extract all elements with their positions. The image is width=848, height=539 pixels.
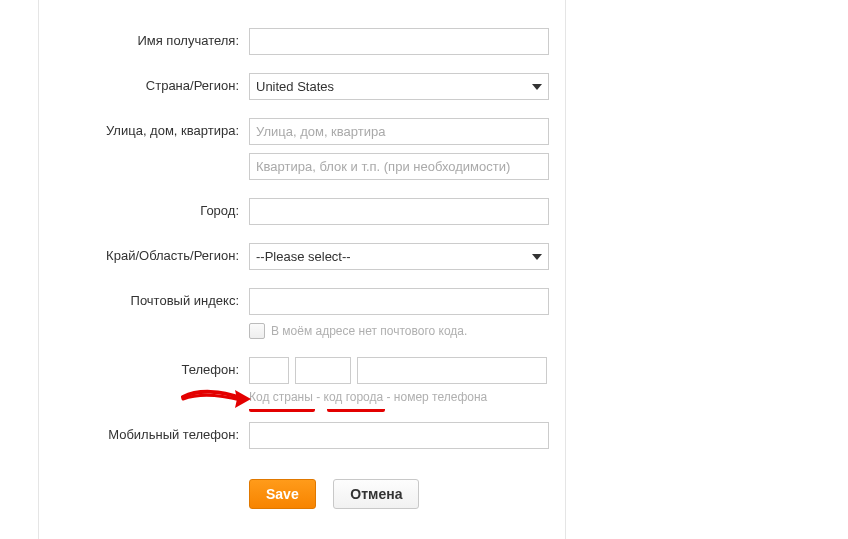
row-country: Страна/Регион: United States <box>59 73 545 100</box>
row-region: Край/Область/Регион: --Please select-- <box>59 243 545 270</box>
no-postal-label: В моём адресе нет почтового кода. <box>271 324 467 338</box>
phone-city-input[interactable] <box>295 357 351 384</box>
label-phone: Телефон: <box>59 357 249 377</box>
label-city: Город: <box>59 198 249 218</box>
apt-input[interactable] <box>249 153 549 180</box>
label-mobile: Мобильный телефон: <box>59 422 249 442</box>
annotation-underline-1 <box>249 403 315 412</box>
row-recipient: Имя получателя: <box>59 28 545 55</box>
row-apt <box>59 153 545 180</box>
row-postal: Почтовый индекс: В моём адресе нет почто… <box>59 288 545 339</box>
row-street: Улица, дом, квартира: <box>59 118 545 145</box>
label-country: Страна/Регион: <box>59 73 249 93</box>
phone-number-input[interactable] <box>357 357 547 384</box>
recipient-input[interactable] <box>249 28 549 55</box>
annotation-arrow-icon <box>181 383 251 413</box>
annotation-underline-2 <box>327 403 385 412</box>
city-input[interactable] <box>249 198 549 225</box>
address-form-panel: Имя получателя: Страна/Регион: United St… <box>38 0 566 539</box>
label-recipient: Имя получателя: <box>59 28 249 48</box>
row-phone: Телефон: Код страны - код города - номер… <box>59 357 545 404</box>
postal-input[interactable] <box>249 288 549 315</box>
mobile-input[interactable] <box>249 422 549 449</box>
label-region: Край/Область/Регион: <box>59 243 249 263</box>
label-street: Улица, дом, квартира: <box>59 118 249 138</box>
no-postal-hint: В моём адресе нет почтового кода. <box>249 323 549 339</box>
phone-hint: Код страны - код города - номер телефона <box>249 390 547 404</box>
row-buttons: Save Отмена <box>59 479 545 509</box>
label-postal: Почтовый индекс: <box>59 288 249 308</box>
cancel-button[interactable]: Отмена <box>333 479 419 509</box>
no-postal-checkbox[interactable] <box>249 323 265 339</box>
phone-country-input[interactable] <box>249 357 289 384</box>
country-select[interactable]: United States <box>249 73 549 100</box>
row-mobile: Мобильный телефон: <box>59 422 545 449</box>
save-button[interactable]: Save <box>249 479 316 509</box>
region-select[interactable]: --Please select-- <box>249 243 549 270</box>
street-input[interactable] <box>249 118 549 145</box>
row-city: Город: <box>59 198 545 225</box>
